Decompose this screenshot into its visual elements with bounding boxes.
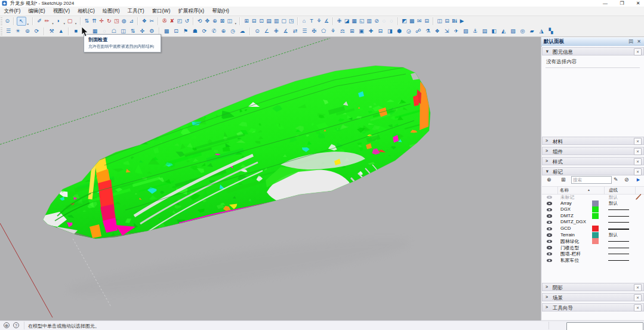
tag-visibility-eye-icon[interactable] xyxy=(547,233,552,237)
offset-tool[interactable]: ◍ xyxy=(121,17,128,26)
flask-button[interactable]: ⚗ xyxy=(424,27,432,36)
scene-mountain-button[interactable]: ◮ xyxy=(538,27,545,36)
dimension-tool[interactable]: ∡ xyxy=(323,17,330,26)
menu-item-5[interactable]: 工具(T) xyxy=(124,7,148,16)
tray-section-6[interactable]: >场景✕ xyxy=(542,293,644,301)
tag-visibility-eye-icon[interactable] xyxy=(547,221,552,224)
sun-settings-button[interactable]: ☀ xyxy=(14,27,21,36)
menu-item-3[interactable]: 相机(C) xyxy=(74,7,99,16)
window-preview-button[interactable]: ◱ xyxy=(358,17,365,26)
loop-select-button[interactable]: ⟳ xyxy=(33,27,41,36)
tag-visibility-eye-icon[interactable] xyxy=(547,196,552,199)
previous-view-tool[interactable]: ↺ xyxy=(183,17,190,26)
tray-section-1[interactable]: >材料✕ xyxy=(542,137,644,145)
tag-visibility-eye-icon[interactable] xyxy=(547,259,552,263)
scale-tool[interactable]: ◳ xyxy=(113,17,120,26)
unglue-tool[interactable]: ✘ xyxy=(168,17,175,26)
rotate-tool[interactable]: ↻ xyxy=(106,17,113,26)
match-photo-button[interactable]: ◩ xyxy=(401,17,408,26)
tag-name[interactable]: 未标记 xyxy=(560,194,574,201)
select-tool[interactable]: ↖▼ xyxy=(17,17,26,26)
chevron-right-icon[interactable]: > xyxy=(546,159,548,163)
truck-button[interactable]: ◧ xyxy=(491,27,498,36)
chair-button[interactable]: ☗ xyxy=(192,27,199,36)
filled-box-button[interactable]: ▣ xyxy=(358,27,365,36)
plus-button[interactable]: ✚ xyxy=(367,27,374,36)
tag-name[interactable]: 围墙-栏杆 xyxy=(560,251,581,257)
tray-section-0[interactable]: ∨图元信息✕ xyxy=(542,47,644,55)
tag-row[interactable]: 私家车位 xyxy=(542,257,644,264)
add-tag-folder-icon[interactable]: ⊞ xyxy=(561,177,566,183)
refresh-button[interactable]: ⟳ xyxy=(201,27,208,36)
tray-pin-icon[interactable]: 回 xyxy=(628,39,633,45)
add-circle-button[interactable]: ⊕ xyxy=(220,27,227,36)
anchor-button[interactable]: ⚓ xyxy=(472,27,479,36)
magnifier-button[interactable]: ⊙ xyxy=(254,27,261,36)
tent-button[interactable]: ⬠ xyxy=(320,27,327,36)
tag-dash-style-label[interactable]: 默认 xyxy=(609,201,618,206)
half-box-button[interactable]: ◨ xyxy=(386,27,393,36)
tag-row[interactable]: GCD xyxy=(542,226,644,232)
tag-name[interactable]: DMTZ xyxy=(560,213,574,218)
tray-header[interactable]: 默认面板 回 ✕ xyxy=(541,38,644,47)
tag-search-input[interactable] xyxy=(571,176,612,184)
measurement-input[interactable] xyxy=(566,322,643,330)
safety-helmet-button[interactable]: ⚒ xyxy=(48,27,55,36)
chevron-right-icon[interactable]: > xyxy=(546,149,548,153)
menu-item-4[interactable]: 绘图(R) xyxy=(98,7,124,16)
glue-tool[interactable]: ✇ xyxy=(161,17,168,26)
document-button[interactable]: ⊟ xyxy=(423,17,430,26)
section-plane-tool[interactable]: ◫▼ xyxy=(226,17,233,26)
section-close-icon[interactable]: ✕ xyxy=(634,284,642,291)
add-tag-icon[interactable]: ⊕ xyxy=(547,177,551,183)
shade-box-button[interactable]: ▧ xyxy=(462,27,469,36)
geo-location-button[interactable]: ⊚ xyxy=(24,27,31,36)
home-button[interactable]: ⌂ xyxy=(301,17,308,26)
tape-measure-tool[interactable]: ⊿ xyxy=(128,17,135,26)
lock-button[interactable]: ✠ xyxy=(310,27,318,36)
purge-tags-icon[interactable]: ⊘ xyxy=(624,177,629,183)
angle-button[interactable]: ∠ xyxy=(263,27,270,36)
section-close-icon[interactable]: ✕ xyxy=(634,138,642,145)
play-animation-button[interactable]: ▶ xyxy=(458,17,466,26)
orbit-tool[interactable]: ⟲ xyxy=(196,17,204,26)
zoom-window-tool[interactable]: ◰ xyxy=(176,17,183,26)
help-icon[interactable]: ? xyxy=(13,322,19,328)
chevron-right-icon[interactable]: > xyxy=(546,295,548,299)
maximize-button[interactable]: ❐ xyxy=(615,0,628,7)
tag-visibility-eye-icon[interactable] xyxy=(547,202,552,205)
paint-bucket-tool[interactable]: ❖ xyxy=(141,17,148,26)
tag-color-swatch[interactable] xyxy=(592,232,599,238)
tag-dash-style-line[interactable] xyxy=(608,216,629,217)
tag-color-swatch[interactable] xyxy=(592,226,599,232)
menu-item-2[interactable]: 视图(V) xyxy=(49,7,73,16)
axes-tool[interactable]: ✙ xyxy=(336,17,343,26)
monitor-button[interactable]: ⊡ xyxy=(172,27,180,36)
line-tool[interactable]: ✏▼ xyxy=(44,17,51,26)
export-model-button[interactable]: ✉ xyxy=(416,17,423,26)
menu-item-8[interactable]: 帮助(H) xyxy=(208,7,233,16)
tag-dash-style-label[interactable]: 默认 xyxy=(609,195,618,201)
tag-name[interactable]: 园林绿化 xyxy=(560,238,579,245)
chevron-right-icon[interactable]: > xyxy=(546,285,548,289)
tag-dash-style-label[interactable]: 默认 xyxy=(609,232,618,238)
geolocation-icon[interactable]: ⊕ xyxy=(4,322,10,328)
tag-row[interactable]: 门楼造型 xyxy=(542,245,644,251)
hex-button[interactable]: ⬢ xyxy=(396,27,403,36)
plane-button[interactable]: ✈ xyxy=(452,27,460,36)
angle-2-button[interactable]: ∡ xyxy=(282,27,289,36)
tag-details-icon[interactable]: ► xyxy=(636,177,641,183)
minimize-button[interactable]: — xyxy=(599,0,612,7)
soften-edges-tool[interactable]: ✂ xyxy=(148,17,155,26)
column-button[interactable]: ■ xyxy=(72,27,79,36)
tag-row[interactable]: 未标记默认 xyxy=(542,194,644,201)
rectangle-tool[interactable]: ▢▼ xyxy=(66,17,73,26)
3d-text-tool[interactable]: ⚘ xyxy=(316,17,323,26)
tag-color-swatch[interactable] xyxy=(592,213,599,219)
car-model[interactable] xyxy=(42,66,457,254)
tag-visibility-eye-icon[interactable] xyxy=(547,214,552,218)
layers-button[interactable]: ▨ xyxy=(510,27,517,36)
tray-close-icon[interactable]: ✕ xyxy=(637,39,641,45)
balance-button[interactable]: ⚖ xyxy=(339,27,346,36)
flag-button[interactable]: ⚑ xyxy=(182,27,189,36)
